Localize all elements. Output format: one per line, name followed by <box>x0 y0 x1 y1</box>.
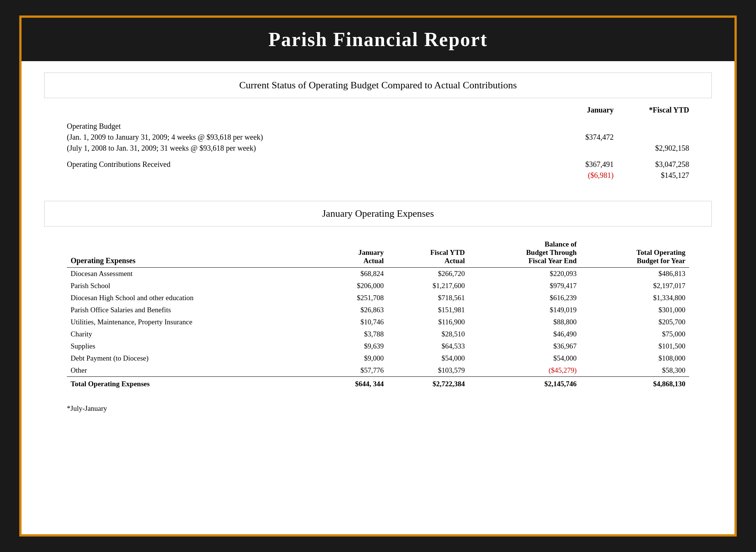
expense-fiscal-ytd: $64,533 <box>387 340 469 352</box>
op-line2-row: (July 1, 2008 to Jan. 31, 2009; 31 weeks… <box>67 144 689 153</box>
expense-jan-actual: $10,746 <box>318 316 388 328</box>
total-ytd: $2,722,384 <box>387 377 469 390</box>
section2-title-box: January Operating Expenses <box>44 201 712 227</box>
total-label: Total Operating Expenses <box>67 377 318 390</box>
expenses-header-row: Operating Expenses January Actual Fiscal… <box>67 238 689 268</box>
col-jan-actual-header: January Actual <box>318 238 388 268</box>
col-balance-header: Balance of Budget Through Fiscal Year En… <box>469 238 580 268</box>
expense-jan-actual: $9,000 <box>318 352 388 364</box>
expense-balance: ($45,279) <box>469 364 580 377</box>
total-row: Total Operating Expenses $644, 344 $2,72… <box>67 377 689 390</box>
section1-title: Current Status of Operating Budget Compa… <box>239 80 517 91</box>
section1-col-headers: January *Fiscal YTD <box>44 106 712 114</box>
section2-title: January Operating Expenses <box>322 208 434 219</box>
contrib-ytd: $3,047,258 <box>614 160 689 169</box>
expense-row-label: Utilities, Maintenance, Property Insuran… <box>67 316 318 328</box>
col-jan-header: January <box>538 106 614 114</box>
expense-row-label: Diocesan High School and other education <box>67 292 318 304</box>
expense-balance: $979,417 <box>469 280 580 292</box>
col-fiscal-ytd-header: Fiscal YTD Actual <box>387 238 469 268</box>
total-budget: $4,868,130 <box>580 377 689 390</box>
expense-jan-actual: $9,639 <box>318 340 388 352</box>
op-line2-label: (July 1, 2008 to Jan. 31, 2009; 31 weeks… <box>67 144 538 153</box>
expense-total-budget: $1,334,800 <box>580 292 689 304</box>
expense-row-label: Other <box>67 364 318 377</box>
expense-balance: $220,093 <box>469 268 580 280</box>
contrib-jan: $367,491 <box>538 160 614 169</box>
op-line1-jan: $374,472 <box>538 133 614 142</box>
operating-budget-section: Operating Budget (Jan. 1, 2009 to Januar… <box>44 118 712 193</box>
col-total-budget-header: Total Operating Budget for Year <box>580 238 689 268</box>
expense-balance: $54,000 <box>469 352 580 364</box>
expense-fiscal-ytd: $54,000 <box>387 352 469 364</box>
table-row: Utilities, Maintenance, Property Insuran… <box>67 316 689 328</box>
contrib-diff-values: ($6,981) $145,127 <box>538 171 689 180</box>
expense-row-label: Parish School <box>67 280 318 292</box>
col-operating-expenses-header: Operating Expenses <box>67 238 318 268</box>
expense-balance: $149,019 <box>469 304 580 316</box>
expense-jan-actual: $57,776 <box>318 364 388 377</box>
contrib-label: Operating Contributions Received <box>67 160 538 169</box>
op-line1-label: (Jan. 1, 2009 to January 31, 2009; 4 wee… <box>67 133 538 142</box>
expense-total-budget: $486,813 <box>580 268 689 280</box>
expense-balance: $88,800 <box>469 316 580 328</box>
expense-fiscal-ytd: $103,579 <box>387 364 469 377</box>
expense-row-label: Charity <box>67 328 318 340</box>
expense-fiscal-ytd: $28,510 <box>387 328 469 340</box>
contrib-main-row: Operating Contributions Received $367,49… <box>67 160 689 169</box>
table-row: Parish School$206,000$1,217,600$979,417$… <box>67 280 689 292</box>
expense-jan-actual: $26,863 <box>318 304 388 316</box>
expense-balance: $46,490 <box>469 328 580 340</box>
table-row: Supplies$9,639$64,533$36,967$101,500 <box>67 340 689 352</box>
op-line2-jan <box>538 144 614 153</box>
expenses-section: Operating Expenses January Actual Fiscal… <box>44 234 712 398</box>
expense-jan-actual: $68,824 <box>318 268 388 280</box>
table-row: Other$57,776$103,579($45,279)$58,300 <box>67 364 689 377</box>
expense-row-label: Diocesan Assessment <box>67 268 318 280</box>
op-line1-values: $374,472 <box>538 133 689 142</box>
contrib-diff-row: ($6,981) $145,127 <box>67 171 689 180</box>
expense-jan-actual: $251,708 <box>318 292 388 304</box>
expense-row-label: Debt Payment (to Diocese) <box>67 352 318 364</box>
op-line1-ytd <box>614 133 689 142</box>
op-budget-main-row: Operating Budget <box>67 122 689 131</box>
expense-row-label: Supplies <box>67 340 318 352</box>
expense-fiscal-ytd: $266,720 <box>387 268 469 280</box>
expense-jan-actual: $3,788 <box>318 328 388 340</box>
expense-fiscal-ytd: $718,561 <box>387 292 469 304</box>
title-bar: Parish Financial Report <box>22 18 734 61</box>
op-line1-row: (Jan. 1, 2009 to January 31, 2009; 4 wee… <box>67 133 689 142</box>
expense-balance: $36,967 <box>469 340 580 352</box>
expense-total-budget: $301,000 <box>580 304 689 316</box>
expense-total-budget: $2,197,017 <box>580 280 689 292</box>
expense-total-budget: $205,700 <box>580 316 689 328</box>
expense-total-budget: $75,000 <box>580 328 689 340</box>
contrib-ytd-diff: $145,127 <box>614 171 689 180</box>
expense-fiscal-ytd: $116,900 <box>387 316 469 328</box>
expenses-table: Operating Expenses January Actual Fiscal… <box>67 238 689 390</box>
expense-fiscal-ytd: $151,981 <box>387 304 469 316</box>
table-row: Debt Payment (to Diocese)$9,000$54,000$5… <box>67 352 689 364</box>
total-jan: $644, 344 <box>318 377 388 390</box>
op-line2-values: $2,902,158 <box>538 144 689 153</box>
expense-total-budget: $101,500 <box>580 340 689 352</box>
expense-row-label: Parish Office Salaries and Benefits <box>67 304 318 316</box>
expense-fiscal-ytd: $1,217,600 <box>387 280 469 292</box>
footnote: *July-January <box>44 404 712 413</box>
op-line2-ytd: $2,902,158 <box>614 144 689 153</box>
report-title: Parish Financial Report <box>37 28 719 51</box>
op-budget-label: Operating Budget <box>67 122 538 131</box>
col-ytd-header: *Fiscal YTD <box>614 106 689 114</box>
table-row: Charity$3,788$28,510$46,490$75,000 <box>67 328 689 340</box>
expense-jan-actual: $206,000 <box>318 280 388 292</box>
table-row: Parish Office Salaries and Benefits$26,8… <box>67 304 689 316</box>
table-row: Diocesan Assessment$68,824$266,720$220,0… <box>67 268 689 280</box>
expense-total-budget: $108,000 <box>580 352 689 364</box>
expense-balance: $616,239 <box>469 292 580 304</box>
contrib-jan-diff: ($6,981) <box>538 171 614 180</box>
expense-total-budget: $58,300 <box>580 364 689 377</box>
contrib-values: $367,491 $3,047,258 <box>538 160 689 169</box>
table-row: Diocesan High School and other education… <box>67 292 689 304</box>
section1-title-box: Current Status of Operating Budget Compa… <box>44 72 712 98</box>
total-balance: $2,145,746 <box>469 377 580 390</box>
